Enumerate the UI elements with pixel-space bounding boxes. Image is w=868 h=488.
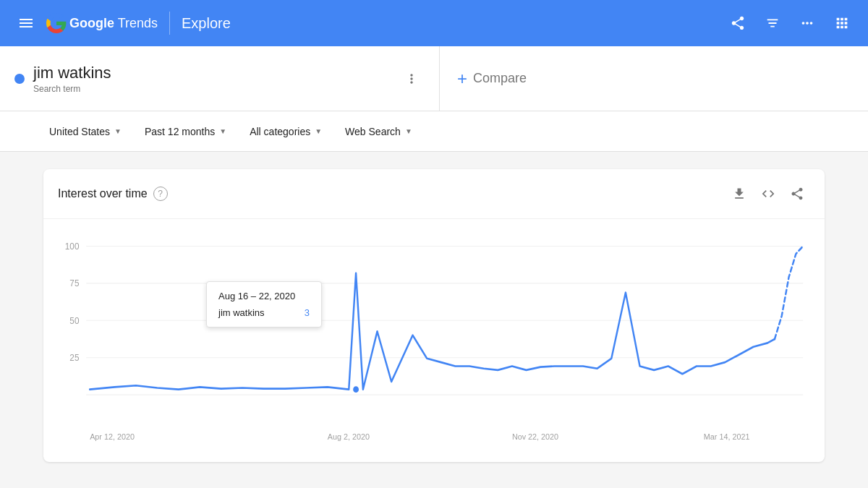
interest-over-time-card: Interest over time ? xyxy=(43,169,825,462)
svg-text:25: 25 xyxy=(69,353,79,364)
svg-text:Nov 22, 2020: Nov 22, 2020 xyxy=(512,432,558,442)
help-question-mark: ? xyxy=(158,189,163,199)
time-range-arrow-icon: ▼ xyxy=(219,127,226,135)
region-arrow-icon: ▼ xyxy=(114,127,122,135)
share-chart-button[interactable] xyxy=(784,181,810,207)
svg-text:75: 75 xyxy=(69,278,79,289)
search-type-arrow-icon: ▼ xyxy=(405,127,412,135)
svg-text:50: 50 xyxy=(69,315,79,326)
download-button[interactable] xyxy=(726,181,752,207)
logo-text: Google Trends xyxy=(69,16,158,31)
menu-icon[interactable] xyxy=(12,9,41,38)
chart-title-area: Interest over time ? xyxy=(58,187,168,201)
svg-text:Aug 2, 2020: Aug 2, 2020 xyxy=(328,432,370,442)
chart-area: Aug 16 – 22, 2020 jim watkins 3 100 7 xyxy=(43,219,825,462)
explore-label: Explore xyxy=(182,15,231,32)
header-divider xyxy=(169,12,170,35)
search-term-box: jim watkins Search term xyxy=(0,46,440,111)
compare-box[interactable]: + Compare xyxy=(440,46,868,111)
chart-header: Interest over time ? xyxy=(43,169,825,219)
search-area: jim watkins Search term + Compare xyxy=(0,46,868,111)
app-header: Google Trends Explore xyxy=(0,0,868,46)
term-color-dot xyxy=(14,74,25,84)
share-icon[interactable] xyxy=(723,9,752,38)
compare-plus-icon: + xyxy=(457,69,467,89)
chart-title: Interest over time xyxy=(58,187,148,200)
chart-actions xyxy=(726,181,810,207)
search-type-filter[interactable]: Web Search ▼ xyxy=(339,121,418,142)
chart-svg-container: Aug 16 – 22, 2020 jim watkins 3 100 7 xyxy=(58,231,810,448)
header-actions xyxy=(723,9,856,38)
svg-point-13 xyxy=(352,385,359,393)
search-type-label: Web Search xyxy=(345,126,401,137)
categories-arrow-icon: ▼ xyxy=(315,127,322,135)
logo-area: Google Trends xyxy=(46,13,158,33)
svg-text:Apr 12, 2020: Apr 12, 2020 xyxy=(90,432,135,442)
apps-icon[interactable] xyxy=(793,9,822,38)
time-range-filter[interactable]: Past 12 months ▼ xyxy=(139,121,232,142)
categories-label: All categories xyxy=(250,126,310,137)
chart-svg: 100 75 50 25 Apr 12, 2020 Aug 2, 2020 No… xyxy=(58,231,810,448)
main-content: Interest over time ? xyxy=(0,152,868,479)
search-term-name: jim watkins xyxy=(33,64,390,82)
help-icon[interactable]: ? xyxy=(153,187,168,201)
region-label: United States xyxy=(49,126,110,137)
categories-filter[interactable]: All categories ▼ xyxy=(244,121,328,142)
notification-icon[interactable] xyxy=(758,9,787,38)
search-term-info: jim watkins Search term xyxy=(33,64,390,94)
time-range-label: Past 12 months xyxy=(145,126,215,137)
more-options-button[interactable] xyxy=(399,66,425,92)
svg-text:Mar 14, 2021: Mar 14, 2021 xyxy=(704,432,750,442)
filters-bar: United States ▼ Past 12 months ▼ All cat… xyxy=(0,111,868,152)
svg-text:100: 100 xyxy=(65,241,80,252)
embed-code-button[interactable] xyxy=(755,181,781,207)
grid-apps-icon[interactable] xyxy=(827,9,856,38)
region-filter[interactable]: United States ▼ xyxy=(43,121,127,142)
search-term-type: Search term xyxy=(33,84,390,94)
compare-label: Compare xyxy=(473,71,527,86)
